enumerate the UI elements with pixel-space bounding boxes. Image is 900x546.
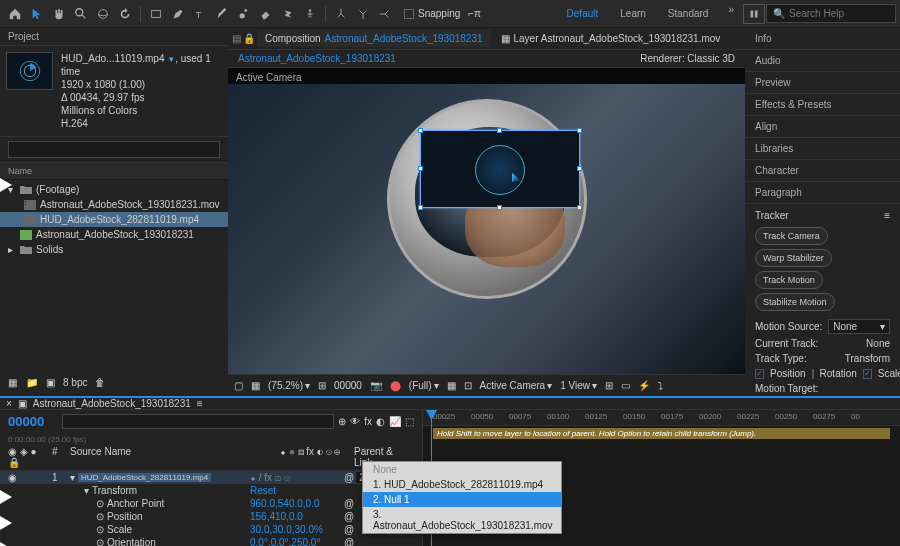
dropdown-item[interactable]: 1. HUD_AdobeStock_282811019.mp4 [363, 477, 561, 492]
selection-tool-icon[interactable] [27, 4, 47, 24]
roto-tool-icon[interactable] [278, 4, 298, 24]
zoom-dropdown[interactable]: (75.2%)▾ [268, 380, 310, 391]
timeline-layer-row[interactable]: ◉ 1 ▾HUD_AdobeStock_282811019.mp4 ⬥ / fx… [0, 471, 422, 484]
track-camera-button[interactable]: Track Camera [755, 227, 828, 245]
pixel-aspect-icon[interactable]: ▭ [621, 380, 630, 391]
track-motion-button[interactable]: Track Motion [755, 271, 823, 289]
workspace-learn[interactable]: Learn [610, 4, 656, 23]
stopwatch-icon[interactable]: ⊙ [96, 537, 104, 546]
puppet-tool-icon[interactable] [300, 4, 320, 24]
panel-info[interactable]: Info [745, 28, 900, 50]
timeline-tab-close-icon[interactable]: × [6, 398, 12, 409]
motion-source-dropdown[interactable]: None▾ [828, 319, 890, 334]
workspace-default[interactable]: Default [557, 4, 609, 23]
axis-local-icon[interactable] [331, 4, 351, 24]
panel-libraries[interactable]: Libraries [745, 138, 900, 160]
home-icon[interactable] [5, 4, 25, 24]
text-tool-icon[interactable]: T [190, 4, 210, 24]
timeline-prop-row[interactable]: ⊙ Anchor Point960.0,540.0,0.0@ [0, 497, 422, 510]
timeline-search-input[interactable] [62, 414, 334, 429]
tl-graph-icon[interactable]: 📈 [389, 416, 401, 427]
stopwatch-icon[interactable]: ⊙ [96, 511, 104, 522]
renderer-dropdown[interactable]: Classic 3D [687, 53, 735, 64]
trash-icon[interactable]: 🗑 [93, 376, 106, 389]
pen-tool-icon[interactable] [168, 4, 188, 24]
hand-tool-icon[interactable] [49, 4, 69, 24]
rotation-checkbox[interactable] [812, 369, 814, 379]
new-comp-icon[interactable]: ▣ [44, 376, 57, 389]
resolution-dropdown[interactable]: (Full)▾ [409, 380, 439, 391]
timeline-icon[interactable]: ⤵ [658, 380, 663, 391]
tree-folder-footage[interactable]: ▾ (Footage) [0, 182, 228, 197]
tree-folder-solids[interactable]: ▸ Solids [0, 242, 228, 257]
tab-back-icon[interactable]: ▤ [232, 33, 241, 44]
fast-preview-icon[interactable]: ⚡ [638, 380, 650, 391]
composition-breadcrumb[interactable]: Astronaut_AdobeStock_193018231 [238, 53, 396, 64]
dropdown-item[interactable]: None [363, 462, 561, 477]
tl-mb-icon[interactable]: ◐ [376, 416, 385, 427]
panel-effects[interactable]: Effects & Presets [745, 94, 900, 116]
interpret-icon[interactable]: ▦ [6, 376, 19, 389]
panel-paragraph[interactable]: Paragraph [745, 182, 900, 204]
timeline-transform-row[interactable]: ▾ Transform Reset [0, 484, 422, 497]
axis-world-icon[interactable] [353, 4, 373, 24]
snap-magnet-icon[interactable]: ⌐π [468, 8, 481, 19]
snapping-checkbox[interactable] [404, 9, 414, 19]
scale-checkbox[interactable] [863, 369, 872, 379]
pickwhip-icon[interactable]: @ [344, 524, 354, 535]
composition-viewport[interactable]: Active Camera [228, 68, 745, 374]
timecode-display[interactable]: 00000 [8, 414, 44, 429]
search-help-input[interactable] [789, 8, 889, 19]
reset-link[interactable]: Reset [250, 485, 276, 496]
workspace-standard[interactable]: Standard [658, 4, 719, 23]
chevron-right-icon[interactable]: ▸ [8, 246, 16, 254]
bpc-toggle[interactable]: 8 bpc [63, 377, 87, 388]
eraser-tool-icon[interactable] [256, 4, 276, 24]
layer-tab[interactable]: ▦ Layer Astronaut_AdobeStock_193018231.m… [493, 30, 729, 47]
tree-item-hud-mp4[interactable]: HUD_AdobeStock_282811019.mp4 [0, 212, 228, 227]
panel-preview[interactable]: Preview [745, 72, 900, 94]
project-search-input[interactable] [8, 141, 220, 158]
resolution-icon[interactable]: ⊞ [318, 380, 326, 391]
visibility-icon[interactable]: ◉ [8, 472, 17, 483]
stopwatch-icon[interactable]: ⊙ [96, 498, 104, 509]
stopwatch-icon[interactable]: ⊙ [96, 524, 104, 535]
timeline-ruler[interactable]: 0002500050000750010000125001500017500200… [423, 410, 900, 426]
pickwhip-icon[interactable]: @ [344, 511, 354, 522]
tree-item-composition[interactable]: Astronaut_AdobeStock_193018231 [0, 227, 228, 242]
panel-align[interactable]: Align [745, 116, 900, 138]
tl-shy-icon[interactable]: 👁 [350, 416, 360, 427]
zoom-tool-icon[interactable] [71, 4, 91, 24]
channels-icon[interactable]: ⬤ [390, 380, 401, 391]
tree-item-astronaut-mov[interactable]: Astronaut_AdobeStock_193018231.mov [0, 197, 228, 212]
tl-draft3d-icon[interactable]: ⬚ [405, 416, 414, 427]
workspace-options-icon[interactable] [743, 4, 765, 24]
timeline-prop-row[interactable]: ⊙ Position156,410,0.0@ [0, 510, 422, 523]
stabilize-motion-button[interactable]: Stabilize Motion [755, 293, 835, 311]
chevron-down-icon[interactable]: ▾ [70, 472, 75, 483]
snapshot-icon[interactable]: 📷 [370, 380, 382, 391]
axis-view-icon[interactable] [375, 4, 395, 24]
composition-tab[interactable]: Composition Astronaut_AdobeStock_1930182… [257, 30, 491, 47]
views-dropdown[interactable]: 1 View▾ [560, 380, 597, 391]
camera-dropdown[interactable]: Active Camera▾ [480, 380, 553, 391]
rotate-tool-icon[interactable] [115, 4, 135, 24]
magnification-icon[interactable]: ▢ [234, 380, 243, 391]
pickwhip-icon[interactable]: @ [344, 472, 354, 483]
pickwhip-icon[interactable]: @ [344, 537, 354, 546]
position-checkbox[interactable] [755, 369, 764, 379]
tl-opts-icon[interactable]: ⊕ [338, 416, 346, 427]
pickwhip-icon[interactable]: @ [344, 498, 354, 509]
orbit-tool-icon[interactable] [93, 4, 113, 24]
timeline-tab-name[interactable]: Astronaut_AdobeStock_193018231 [33, 398, 191, 409]
transparency-icon[interactable]: ▦ [447, 380, 456, 391]
dropdown-item[interactable]: 2. Null 1 [363, 492, 561, 507]
warp-stabilizer-button[interactable]: Warp Stabilizer [755, 249, 832, 267]
chevron-down-icon[interactable]: ▾ [84, 485, 89, 496]
dropdown-item[interactable]: 3. Astronaut_AdobeStock_193018231.mov [363, 507, 561, 533]
brush-tool-icon[interactable] [212, 4, 232, 24]
grid-icon[interactable]: ▦ [251, 380, 260, 391]
tl-fx-icon[interactable]: fx [364, 416, 372, 427]
panel-audio[interactable]: Audio [745, 50, 900, 72]
view-option-icon[interactable]: ⊞ [605, 380, 613, 391]
